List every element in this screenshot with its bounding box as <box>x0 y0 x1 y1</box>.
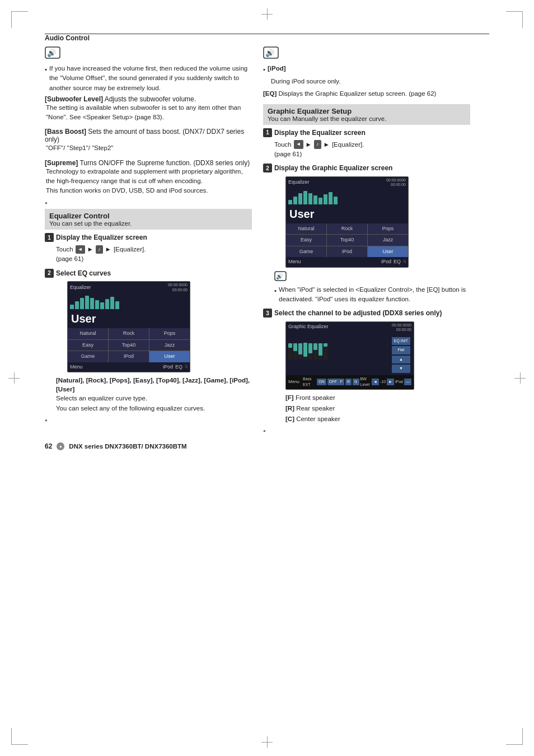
supreme-def: Turns ON/OFF the Supreme function. (DDX8… <box>79 159 250 167</box>
supreme-note1: Technology to extrapolate and supplement… <box>46 167 252 186</box>
ch-r-btn[interactable]: R <box>345 379 352 386</box>
step2-left-header: 2 Select EQ curves <box>45 269 252 278</box>
ipod-label: [iPod] <box>268 64 286 74</box>
eq-cell-jazz[interactable]: Jazz <box>149 340 190 351</box>
bass-boost-values: "OFF"/ "Step1"/ "Step2" <box>46 143 252 153</box>
wbar6 <box>95 300 99 309</box>
eq-down-btn[interactable]: ▼ <box>392 365 410 373</box>
step1-right-body: Touch ◄ ► ♪ ► [Equalizer]. (page 61) <box>274 140 470 160</box>
right-column: 🔊 • [iPod] During iPod source only. [EQ]… <box>263 46 470 433</box>
btn1-left[interactable]: ◄ <box>76 245 85 254</box>
geq-ipod: iPod <box>395 379 403 385</box>
ch-f-btn[interactable]: F <box>339 379 344 386</box>
wbar10 <box>115 301 119 309</box>
arrow2-right: ► <box>324 140 330 150</box>
bass-ext-label: Bass EXT <box>303 376 316 388</box>
geq-bottom: Menu Bass EXT ON OFF F <box>286 375 414 389</box>
ch-c-btn[interactable]: G <box>353 379 359 386</box>
geq-bars-row: EQ INIT Flat ▲ ▼ <box>286 334 414 375</box>
eq-cell-ipod[interactable]: iPod <box>109 351 149 362</box>
eq-control-title: Equalizer Control <box>49 212 247 220</box>
ch-c-label: [C] Center speaker <box>285 414 470 424</box>
eq-r-ipod[interactable]: iPod <box>327 246 367 258</box>
wbar3 <box>80 298 84 309</box>
btn1-right[interactable]: ◄ <box>294 140 303 149</box>
geq-title: Graphic Equalizer Setup <box>268 107 466 115</box>
equalizer-suffix: [Equalizer]. <box>114 245 146 254</box>
eq-flat-btn[interactable]: Flat <box>392 346 410 354</box>
eq-r-easy[interactable]: Easy <box>286 235 326 246</box>
channel-selectors: F R G <box>339 379 359 386</box>
wbar1 <box>70 305 74 309</box>
eq-init-btn[interactable]: EQ INIT <box>392 337 410 346</box>
eq-ipod-left: iPod <box>163 363 173 371</box>
eq-cell-easy[interactable]: Easy <box>68 340 108 351</box>
bass-on-btn[interactable]: ON <box>317 379 326 386</box>
bullet-dot: • <box>45 65 47 93</box>
bw-value: -10 <box>380 379 386 385</box>
ch-r-label: [R] Rear speaker <box>285 404 470 413</box>
equalizer-control-section: Equalizer Control You can set up the equ… <box>45 209 252 230</box>
note-icon-left: 🔊 <box>45 46 252 62</box>
note-icon-right: 🔊 <box>263 46 470 62</box>
bw-incr-btn[interactable]: ► <box>387 379 394 386</box>
eq-screen-time-left: 00:00:000000:00:00 <box>168 283 188 292</box>
geq-close-btn[interactable]: — <box>404 379 411 386</box>
channel-labels-block: [F] Front speaker [R] Rear speaker [C] C… <box>285 393 470 424</box>
step1-right-touch: Touch ◄ ► ♪ ► [Equalizer]. <box>274 140 470 150</box>
arrow1-right: ► <box>306 140 312 150</box>
geq-header: Graphic Equalizer 00:00:000000:00:00 <box>286 322 414 334</box>
right-bottom-bullet: ● <box>263 428 266 433</box>
eq-cell-top40[interactable]: Top40 <box>109 340 149 351</box>
bw-decr-btn[interactable]: ◄ <box>372 379 379 386</box>
eq-r-natural[interactable]: Natural <box>286 223 326 235</box>
eq-menu-right[interactable]: Menu <box>288 258 301 266</box>
geq-menu[interactable]: Menu <box>288 379 299 385</box>
eq-screen-header-left: Equalizer 00:00:000000:00:00 <box>68 282 190 293</box>
eq-up-btn[interactable]: ▲ <box>392 356 410 364</box>
supreme-note2: This function works on DVD, USB, SD and … <box>46 186 252 195</box>
eq-label-left: EQ <box>175 363 182 371</box>
ch-c-text: Center speaker <box>296 416 340 422</box>
subwoofer-level-block: [Subwoofer Level] Adjusts the subwoofer … <box>45 95 252 123</box>
btn2-right[interactable]: ♪ <box>314 140 321 149</box>
bass-off-btn[interactable]: OFF <box>327 379 339 386</box>
step1-title: Display the Equalizer screen <box>56 233 147 242</box>
step2-title: Select EQ curves <box>56 269 111 278</box>
eq-user-label-right: User <box>286 204 408 223</box>
step1-right-num: 1 <box>263 128 272 137</box>
geq-screen-time: 00:00:000000:00:00 <box>392 323 411 333</box>
section-header: Audio Control <box>45 34 90 42</box>
eq-cell-user[interactable]: User <box>149 351 190 362</box>
eq-r-top40[interactable]: Top40 <box>327 235 367 246</box>
graphic-eq-section: Graphic Equalizer Setup You can Manually… <box>263 104 470 125</box>
left-column: 🔊 • If you have increased the volume fir… <box>45 46 252 433</box>
step2-note-content: When "iPod" is selected in <Equalizer Co… <box>279 285 470 305</box>
two-column-layout: 🔊 • If you have increased the volume fir… <box>45 46 489 433</box>
eq-control-sub: You can set up the equalizer. <box>49 220 247 227</box>
bass-boost-block: [Bass Boost] Sets the amount of bass boo… <box>45 128 252 153</box>
eq-r-rock[interactable]: Rock <box>327 223 367 235</box>
eq-cell-game[interactable]: Game <box>68 351 108 362</box>
eq-r-pops[interactable]: Pops <box>368 223 408 235</box>
touch-label: Touch <box>56 245 73 254</box>
eq-cell-natural[interactable]: Natural <box>68 328 108 339</box>
ch-f-text: Front speaker <box>296 394 335 401</box>
btn2-left[interactable]: ♪ <box>96 245 103 254</box>
eq-cell-pops[interactable]: Pops <box>149 328 190 339</box>
eq-curves-desc: [Natural], [Rock], [Pops], [Easy], [Top4… <box>56 376 252 394</box>
eq-grid-right: Natural Rock Pops Easy Top40 Jazz Game i… <box>286 223 408 258</box>
eq-menu-left[interactable]: Menu <box>70 363 83 371</box>
eq-cell-rock[interactable]: Rock <box>109 328 149 339</box>
ipod-detail: During iPod source only. <box>271 77 470 86</box>
wbar5 <box>90 298 94 309</box>
eq-note-detail: Displays the Graphic Equalizer setup scr… <box>278 90 436 97</box>
wbar8 <box>105 299 109 309</box>
subwoofer-def: Adjusts the subwoofer volume. <box>105 95 196 103</box>
step3-right-title: Select the channel to be adjusted (DDX8 … <box>274 309 442 318</box>
eq-r-game[interactable]: Game <box>286 246 326 258</box>
geq-bottom-left: Menu Bass EXT ON OFF <box>288 376 339 388</box>
eq-r-jazz[interactable]: Jazz <box>368 235 408 246</box>
eq-r-user[interactable]: User <box>368 246 408 258</box>
supreme-block: [Supreme] Turns ON/OFF the Supreme funct… <box>45 159 252 196</box>
